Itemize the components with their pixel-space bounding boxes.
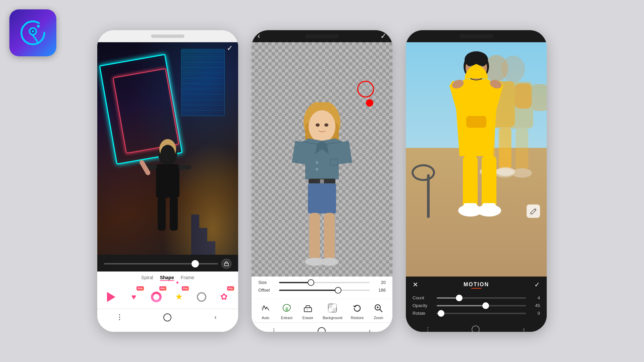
count-slider-thumb[interactable] [456,295,463,301]
svg-point-7 [160,145,175,164]
opacity-value: 45 [530,303,540,308]
nav-back-3[interactable]: ‹ [523,325,525,332]
svg-point-29 [316,161,318,164]
rotate-label: Rotate [413,311,433,316]
app-icon[interactable] [9,9,56,56]
tool-background[interactable]: Background [323,302,342,320]
shape-play[interactable] [103,288,120,306]
svg-point-58 [496,167,515,176]
svg-rect-26 [324,213,335,260]
rotate-slider-thumb[interactable] [438,310,444,317]
restore-icon [351,302,364,314]
svg-rect-11 [158,197,166,231]
tab-shape[interactable]: Shape [160,275,174,281]
size-slider-thumb[interactable] [308,279,314,286]
nav-back-chevron[interactable]: ‹ [215,314,217,321]
svg-rect-54 [515,83,532,109]
svg-point-30 [316,168,318,171]
opacity-slider-row: Opacity 45 [413,303,540,308]
eraser-label: Eraser [303,316,313,320]
background-icon [326,302,339,314]
count-slider-row: Count 4 [413,295,540,300]
svg-rect-65 [463,156,478,209]
nav-hamburger-2[interactable] [273,328,274,332]
tab-frame[interactable]: Frame [181,275,194,281]
notch-pill-3 [460,34,493,38]
offset-slider-row: Offset 186 [258,288,386,293]
phone-2-sliders: Size 20 Offset 186 [252,277,392,299]
rotate-slider-track[interactable] [437,313,526,314]
phone-2-screen [252,42,392,277]
svg-rect-70 [482,203,496,211]
tool-extract[interactable]: Extract [280,302,293,320]
tool-restore[interactable]: Restore [351,302,364,320]
notch-pill-2 [305,34,339,38]
nav-home-3[interactable] [472,325,480,332]
svg-point-18 [309,110,335,142]
tool-auto[interactable]: Auto [259,302,272,320]
shape-star[interactable]: ★ Pro [170,288,187,306]
pro-badge-ring: Pro [159,286,166,291]
rotate-value: 0 [530,311,540,316]
phone-2: ‹ ✓ [252,30,392,332]
shape-ring[interactable]: Pro [148,288,165,306]
phone-3-nav-bar: ‹ [406,321,547,332]
phone-1-slider-track[interactable] [104,263,218,264]
phone-1: ✓ Spiral Shape Frame [97,30,238,332]
checkmark-phone2[interactable]: ✓ [380,32,386,41]
eraser-toggle-btn[interactable] [221,259,231,269]
size-value: 20 [374,280,386,285]
svg-rect-38 [333,308,336,312]
svg-rect-23 [320,179,324,183]
tool-eraser[interactable]: Eraser [302,302,314,320]
size-slider-track[interactable] [279,282,370,283]
phone-1-nav-bar: ‹ [97,309,238,325]
svg-rect-56 [499,127,512,170]
tool-zoom[interactable]: Zoom [372,302,385,320]
motion-title: MOTION [464,282,489,287]
nav-menu-icon[interactable] [119,314,120,320]
rotate-slider-row: Rotate 0 [413,311,540,316]
svg-rect-36 [333,304,336,308]
zoom-icon [372,302,385,314]
back-button-phone2[interactable]: ‹ [258,32,260,41]
checkmark-phone3[interactable]: ✓ [534,281,540,289]
pro-badge-heart: Pro [137,286,144,291]
phone-1-slider-thumb[interactable] [192,260,199,267]
phone-1-slider-row [97,255,238,272]
phone-1-bottom: Spiral Shape Frame ♥ Pro [97,255,238,332]
size-label: Size [258,280,275,285]
svg-point-19 [316,123,320,127]
phone-3-bottom: ✕ MOTION ✓ Count 4 [406,277,547,332]
offset-slider-thumb[interactable] [335,287,341,294]
nav-back-2[interactable]: ‹ [369,327,371,332]
nav-home-circle[interactable] [163,313,171,321]
background-label: Background [323,316,342,320]
auto-label: Auto [262,316,269,320]
nav-home-2[interactable] [318,327,326,332]
shape-heart[interactable]: ♥ Pro [125,288,142,306]
auto-icon [259,302,272,314]
count-value: 4 [530,295,540,300]
shape-circle[interactable] [193,288,210,306]
phone-2-nav-bar: ‹ [252,322,392,332]
nav-hamburger-3[interactable] [427,327,428,332]
shape-flower[interactable]: ✿ Pro [216,288,233,306]
svg-rect-37 [328,308,332,312]
tab-spiral[interactable]: Spiral [141,275,153,281]
eraser-dot-indicator [366,99,373,107]
count-slider-track[interactable] [437,297,526,299]
restore-label: Restore [351,316,364,320]
extract-label: Extract [281,316,292,320]
close-button-phone3[interactable]: ✕ [413,281,418,289]
offset-value: 186 [374,288,386,293]
opacity-slider-track[interactable] [437,305,526,306]
building-bg [181,49,225,116]
phone-2-notch: ‹ ✓ [252,30,392,42]
offset-slider-track[interactable] [279,290,370,291]
phone-1-screen: ✓ [97,42,238,255]
phone-3: ✕ MOTION ✓ Count 4 [406,30,547,332]
opacity-slider-thumb[interactable] [482,302,489,309]
top-checkmark-phone1[interactable]: ✓ [227,44,233,53]
pro-badge-star: Pro [182,286,189,291]
